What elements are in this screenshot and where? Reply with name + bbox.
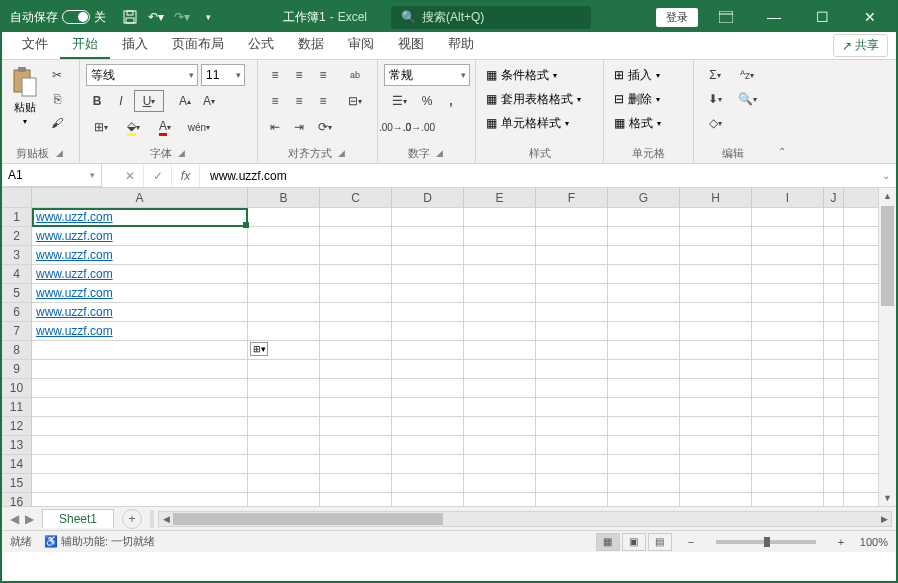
number-format-combo[interactable]: 常规▾	[384, 64, 470, 86]
cell[interactable]	[248, 436, 320, 454]
cell[interactable]	[536, 227, 608, 245]
cell[interactable]	[320, 455, 392, 473]
zoom-slider[interactable]	[716, 540, 816, 544]
maximize-button[interactable]: ☐	[802, 2, 842, 32]
row-header[interactable]: 2	[2, 227, 32, 245]
cell[interactable]	[464, 493, 536, 506]
cell[interactable]	[464, 360, 536, 378]
cell[interactable]	[320, 379, 392, 397]
insert-cells-button[interactable]: ⊞插入▾	[610, 64, 687, 86]
cell[interactable]	[752, 417, 824, 435]
col-header[interactable]: I	[752, 188, 824, 207]
font-size-combo[interactable]: 11▾	[201, 64, 245, 86]
cell[interactable]	[608, 246, 680, 264]
cell[interactable]	[752, 436, 824, 454]
cell[interactable]	[392, 284, 464, 302]
cell[interactable]	[536, 398, 608, 416]
cell[interactable]	[248, 379, 320, 397]
tab-审阅[interactable]: 审阅	[336, 31, 386, 59]
row-header[interactable]: 3	[2, 246, 32, 264]
cell[interactable]: www.uzzf.com	[32, 322, 248, 340]
zoom-in-button[interactable]: +	[834, 536, 848, 548]
cell[interactable]	[752, 455, 824, 473]
percent-button[interactable]: %	[416, 90, 438, 112]
scroll-right-icon[interactable]: ▶	[877, 512, 891, 526]
cell[interactable]	[464, 436, 536, 454]
sheet-tab[interactable]: Sheet1	[42, 509, 114, 528]
cell[interactable]	[608, 417, 680, 435]
cell[interactable]	[32, 341, 248, 359]
cell[interactable]	[608, 360, 680, 378]
cell[interactable]	[32, 398, 248, 416]
wrap-text-button[interactable]: ab	[342, 64, 368, 86]
cell[interactable]	[320, 246, 392, 264]
row-header[interactable]: 7	[2, 322, 32, 340]
cell[interactable]	[608, 284, 680, 302]
cell[interactable]	[680, 436, 752, 454]
cell[interactable]	[248, 474, 320, 492]
cell[interactable]	[608, 455, 680, 473]
cell[interactable]	[680, 284, 752, 302]
scroll-down-icon[interactable]: ▼	[879, 490, 896, 506]
font-name-combo[interactable]: 等线▾	[86, 64, 198, 86]
cell[interactable]	[392, 360, 464, 378]
cell[interactable]	[320, 398, 392, 416]
cell[interactable]	[32, 360, 248, 378]
launcher-icon[interactable]: ◢	[53, 148, 65, 160]
prev-sheet-icon[interactable]: ◀	[10, 512, 19, 526]
conditional-format-button[interactable]: ▦条件格式▾	[482, 64, 597, 86]
tab-开始[interactable]: 开始	[60, 31, 110, 59]
cell[interactable]	[536, 246, 608, 264]
launcher-icon[interactable]: ◢	[434, 148, 446, 160]
cell[interactable]	[536, 493, 608, 506]
cell[interactable]	[320, 322, 392, 340]
tab-视图[interactable]: 视图	[386, 31, 436, 59]
cell[interactable]	[248, 360, 320, 378]
grid-rows[interactable]: 1www.uzzf.com2www.uzzf.com3www.uzzf.com4…	[2, 208, 878, 506]
zoom-out-button[interactable]: −	[684, 536, 698, 548]
font-color-button[interactable]: A▾	[150, 116, 180, 138]
format-cells-button[interactable]: ▦格式▾	[610, 112, 687, 134]
cell[interactable]	[392, 455, 464, 473]
tab-插入[interactable]: 插入	[110, 31, 160, 59]
cell[interactable]	[824, 493, 844, 506]
cell[interactable]	[752, 493, 824, 506]
col-header[interactable]: A	[32, 188, 248, 207]
decrease-decimal-button[interactable]: .0→.00	[408, 116, 430, 138]
autofill-options-button[interactable]: ⊞▾	[250, 342, 268, 356]
cell[interactable]	[824, 303, 844, 321]
cell[interactable]	[392, 303, 464, 321]
cell[interactable]	[536, 474, 608, 492]
col-header[interactable]: J	[824, 188, 844, 207]
cell[interactable]	[320, 341, 392, 359]
cell[interactable]	[680, 227, 752, 245]
enter-formula-button[interactable]: ✓	[144, 164, 172, 187]
row-header[interactable]: 8	[2, 341, 32, 359]
cell[interactable]	[320, 284, 392, 302]
hyperlink[interactable]: www.uzzf.com	[36, 210, 113, 224]
undo-icon[interactable]: ↶▾	[148, 9, 164, 25]
cell[interactable]	[248, 398, 320, 416]
cell[interactable]	[392, 398, 464, 416]
cell[interactable]	[608, 436, 680, 454]
cell[interactable]	[248, 246, 320, 264]
cell[interactable]	[824, 360, 844, 378]
col-header[interactable]: H	[680, 188, 752, 207]
row-header[interactable]: 1	[2, 208, 32, 226]
hyperlink[interactable]: www.uzzf.com	[36, 286, 113, 300]
increase-indent-button[interactable]: ⇥	[288, 116, 310, 138]
cell[interactable]	[248, 417, 320, 435]
cell[interactable]	[392, 265, 464, 283]
hyperlink[interactable]: www.uzzf.com	[36, 324, 113, 338]
row-header[interactable]: 14	[2, 455, 32, 473]
row-header[interactable]: 16	[2, 493, 32, 506]
cell[interactable]	[752, 265, 824, 283]
autosum-button[interactable]: Σ▾	[700, 64, 730, 86]
hyperlink[interactable]: www.uzzf.com	[36, 248, 113, 262]
cell-styles-button[interactable]: ▦单元格样式▾	[482, 112, 597, 134]
fill-color-button[interactable]: ⬙▾	[118, 116, 148, 138]
cell[interactable]	[392, 474, 464, 492]
row-header[interactable]: 6	[2, 303, 32, 321]
cell[interactable]	[752, 303, 824, 321]
cell[interactable]	[608, 341, 680, 359]
